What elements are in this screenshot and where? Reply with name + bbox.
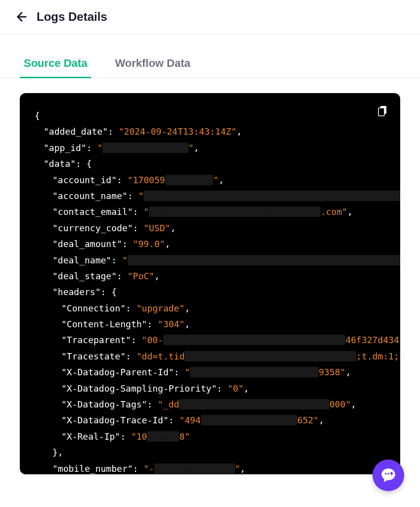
json-line: "data": { — [35, 156, 385, 172]
json-line: "X-Datadog-Trace-Id": "494xxxxxxxxxxxxxx… — [35, 412, 385, 428]
content-area: { "added_date": "2024-09-24T13:43:14Z", … — [0, 78, 420, 489]
json-line: "deal_name": "xxxxxxxxxxxxxxxxxxxxxxxxxx… — [35, 253, 385, 268]
json-line: { — [35, 108, 385, 124]
json-line: "Connection": "upgrade", — [35, 301, 385, 316]
page-header: Logs Details — [0, 0, 420, 34]
json-line: "mobile_number": "-xxxxxxxxxxxxxxx", — [35, 461, 385, 474]
json-line: "Tracestate": "dd=t.tidxxxxxxxxxxxxxxxxx… — [35, 349, 385, 364]
json-line: "Content-Length": "304", — [35, 316, 385, 332]
json-line: "deal_amount": "99.0", — [35, 236, 385, 252]
json-viewer: { "added_date": "2024-09-24T13:43:14Z", … — [20, 93, 400, 474]
json-line: "account_id": "170059xxxxxxxxx", — [35, 172, 385, 188]
tab-workflow-data[interactable]: Workflow Data — [111, 49, 194, 78]
json-line: "X-Datadog-Parent-Id": "xxxxxxxxxxxxxxxx… — [35, 364, 385, 380]
json-line: }, — [35, 445, 385, 460]
page-title: Logs Details — [37, 10, 107, 24]
json-line: "currency_code": "USD", — [35, 220, 385, 236]
json-line: "added_date": "2024-09-24T13:43:14Z", — [35, 124, 385, 140]
json-line: "contact_email": "xxxxxxxxxxxxxxxxxxxxxx… — [35, 204, 385, 220]
json-line: "headers": { — [35, 284, 385, 300]
json-line: "account_name": "xxxxxxxxxxxxxxxxxxxxxxx… — [35, 188, 385, 204]
tabs-container: Source Data Workflow Data — [0, 49, 420, 78]
svg-rect-2 — [378, 108, 384, 116]
json-line: "X-Datadog-Tags": "_ddxxxxxxxxxxxxxxxxxx… — [35, 397, 385, 412]
json-line: "X-Datadog-Sampling-Priority": "0", — [35, 381, 385, 397]
svg-point-3 — [385, 473, 387, 475]
tab-source-data[interactable]: Source Data — [20, 49, 91, 78]
chat-fab-button[interactable] — [373, 459, 404, 491]
svg-point-4 — [387, 473, 389, 475]
copy-icon[interactable] — [376, 105, 388, 122]
json-line: "deal_stage": "PoC", — [35, 268, 385, 284]
json-line: "app_id": "xxxxxxxxxxxxxxxx", — [35, 140, 385, 156]
json-line: "Traceparent": "00-xxxxxxxxxxxxxxxxxxxxx… — [35, 332, 385, 348]
json-line: "X-Real-Ip": "10xxxxxx8" — [35, 429, 385, 445]
back-arrow-icon[interactable] — [15, 10, 29, 24]
